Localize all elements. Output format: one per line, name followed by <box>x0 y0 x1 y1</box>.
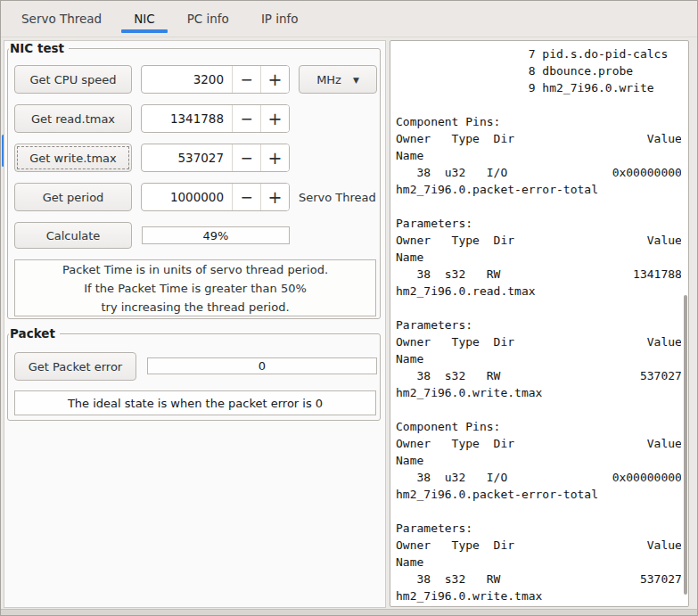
unit-dropdown-value: MHz <box>316 73 341 86</box>
tab-ip-info[interactable]: IP info <box>249 1 311 37</box>
tab-servo-thread[interactable]: Servo Thread <box>9 1 114 37</box>
tab-label: PC info <box>187 12 229 26</box>
get-read-tmax-button[interactable]: Get read.tmax <box>14 104 132 133</box>
get-period-button[interactable]: Get period <box>14 183 132 211</box>
tab-pc-info[interactable]: PC info <box>175 1 242 37</box>
app-window: Servo Thread NIC PC info IP info NIC tes… <box>0 0 698 616</box>
period-spinbox: 1000000 − + <box>141 183 290 211</box>
plus-icon[interactable]: + <box>260 105 289 132</box>
unit-dropdown[interactable]: MHz ▼ <box>299 65 377 94</box>
plus-icon[interactable]: + <box>260 66 289 93</box>
packet-frame-title: Packet <box>9 326 60 341</box>
hal-output-text: 7 pid.s.do-pid-calcs 8 dbounce.probe 9 h… <box>396 45 681 603</box>
write-tmax-spinbox: 537027 − + <box>141 144 290 172</box>
info-line: If the Packet Time is greater than 50% <box>84 279 307 298</box>
plus-icon[interactable]: + <box>260 144 289 171</box>
packet-info-box: The ideal state is when the packet error… <box>14 390 376 415</box>
info-line: Packet Time is in units of servo thread … <box>62 260 328 279</box>
calculate-button[interactable]: Calculate <box>14 222 132 249</box>
tab-nic[interactable]: NIC <box>121 1 168 37</box>
period-value[interactable]: 1000000 <box>142 184 232 210</box>
minus-icon[interactable]: − <box>232 66 260 93</box>
get-write-tmax-button[interactable]: Get write.tmax <box>14 144 132 172</box>
minus-icon[interactable]: − <box>232 105 260 132</box>
packet-time-progressbar: 49% <box>142 226 290 244</box>
cpu-speed-value[interactable]: 3200 <box>142 66 232 93</box>
window-bottom-edge <box>1 609 697 615</box>
plus-icon[interactable]: + <box>260 184 289 210</box>
servo-thread-label: Servo Thread <box>299 183 376 211</box>
write-tmax-value[interactable]: 537027 <box>142 144 232 171</box>
read-tmax-value[interactable]: 1341788 <box>142 105 232 132</box>
minus-icon[interactable]: − <box>232 184 260 210</box>
read-tmax-spinbox: 1341788 − + <box>141 104 290 133</box>
left-panel: NIC test Get CPU speed 3200 − + MHz ▼ Ge… <box>4 40 386 608</box>
vertical-scrollbar-thumb[interactable] <box>684 295 687 595</box>
info-line: try increasing the thread period. <box>101 298 289 316</box>
get-cpu-speed-button[interactable]: Get CPU speed <box>14 65 132 94</box>
chevron-down-icon: ▼ <box>353 76 359 85</box>
hal-output-panel[interactable]: 7 pid.s.do-pid-calcs 8 dbounce.probe 9 h… <box>390 40 689 607</box>
packet-error-value: 0 <box>147 357 377 374</box>
nic-test-frame-title: NIC test <box>9 41 69 56</box>
minus-icon[interactable]: − <box>232 144 260 171</box>
get-packet-error-button[interactable]: Get Packet error <box>14 352 136 381</box>
cpu-speed-spinbox: 3200 − + <box>141 65 290 94</box>
packet-frame: Packet Get Packet error 0 The ideal stat… <box>7 333 381 421</box>
tab-label: Servo Thread <box>21 12 102 26</box>
packet-time-info-box: Packet Time is in units of servo thread … <box>14 259 376 316</box>
nic-test-frame: NIC test Get CPU speed 3200 − + MHz ▼ Ge… <box>7 48 381 319</box>
tab-bar: Servo Thread NIC PC info IP info <box>1 1 697 37</box>
tab-label: IP info <box>261 12 299 26</box>
tab-label: NIC <box>134 12 155 26</box>
